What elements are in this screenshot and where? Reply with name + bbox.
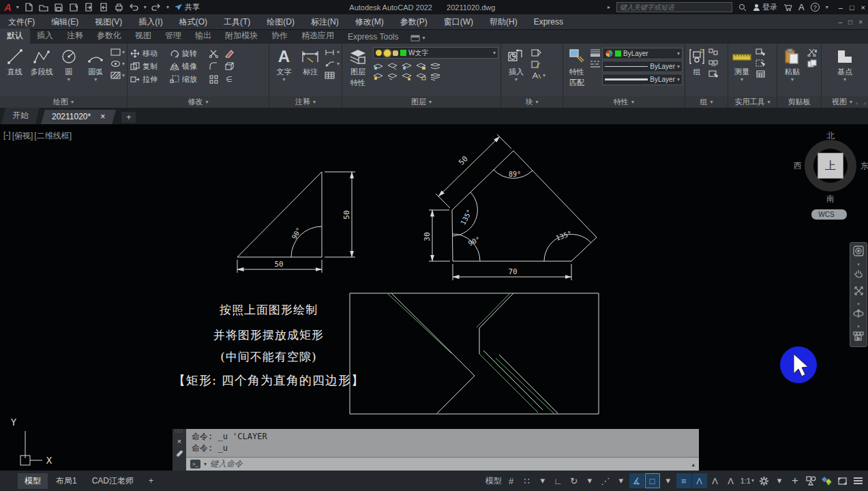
share-button[interactable]: 共享 [174, 2, 200, 12]
layout-tab-custom[interactable]: CAD江老师 [85, 473, 140, 489]
block-create-button[interactable] [530, 48, 545, 57]
layout-tab-model[interactable]: 模型 [18, 473, 48, 489]
orbit-icon[interactable] [853, 309, 864, 321]
export-icon[interactable] [84, 3, 94, 12]
panel-utilities-footer[interactable]: 实用工具 ▾ [728, 96, 777, 108]
layer-unlockall-icon[interactable] [416, 71, 426, 78]
graphics-performance-icon[interactable] [819, 473, 834, 488]
menu-modify[interactable]: 修改(M) [347, 16, 392, 28]
arc-button[interactable]: 圆弧 ▾ [83, 46, 109, 82]
hatch-button[interactable]: ▾ [110, 71, 125, 80]
new-drawing-tab-button[interactable]: + [121, 112, 136, 123]
ribbon-tab-output[interactable]: 输出 [188, 29, 218, 44]
customize-status-icon[interactable] [850, 473, 865, 488]
minimize-button[interactable]: – [839, 3, 843, 12]
layer-unisolate-icon[interactable] [402, 71, 412, 78]
rotate-button[interactable]: 旋转 [169, 48, 205, 59]
layer-lock-icon[interactable] [416, 61, 426, 68]
object-snap-tracking-icon[interactable]: ∡ [629, 473, 644, 488]
panel-block-footer[interactable]: 块 ▾ [501, 96, 563, 108]
fillet-icon[interactable] [209, 62, 220, 71]
ribbon-tab-view[interactable]: 视图 [128, 29, 158, 44]
ungroup-icon[interactable] [708, 48, 719, 57]
move-button[interactable]: 移动 [130, 48, 165, 59]
ribbon-tab-express[interactable]: Express Tools [341, 31, 405, 44]
orbit-dropdown-icon[interactable]: ▾ [857, 325, 860, 328]
drawing-canvas[interactable]: 505090°5089°135°90°135°3070YX [-] [俯视] [… [0, 125, 868, 471]
command-drag-grip-icon[interactable]: ∷∷ [175, 430, 183, 433]
layer-walk-icon[interactable] [430, 71, 440, 78]
text-dropdown-icon[interactable]: ▾ [282, 78, 285, 82]
help-dropdown-icon[interactable]: ▾ [826, 5, 828, 10]
measure-button[interactable]: 测量 ▾ [730, 46, 753, 82]
crosshair-size-icon[interactable]: + [788, 473, 803, 488]
layout-tab-layout1[interactable]: 布局1 [49, 473, 84, 489]
viewcube-top-face[interactable]: 上 [818, 153, 843, 179]
viewcube-north-label[interactable]: 北 [826, 130, 835, 142]
search-input[interactable] [616, 2, 732, 12]
stretch-button[interactable]: 拉伸 [130, 74, 165, 85]
dim-style-button[interactable]: ▾ [325, 48, 340, 57]
save-as-icon[interactable] [69, 3, 79, 12]
command-input-row[interactable]: >_ ▾ 键入命令 ▴ [186, 458, 699, 471]
paste-button[interactable]: 粘贴 ▾ [779, 46, 805, 82]
object-snap-dropdown-icon[interactable]: ▾ [661, 473, 676, 488]
array-icon[interactable] [209, 75, 220, 84]
arc-dropdown-icon[interactable]: ▾ [94, 78, 97, 82]
erase-icon[interactable] [224, 49, 235, 58]
command-recent-dropdown-icon[interactable]: ▾ [204, 462, 207, 466]
isodraft-dropdown-icon[interactable]: ▾ [614, 473, 629, 488]
scale-button[interactable]: 缩放 [169, 74, 205, 85]
layer-match-icon[interactable] [430, 61, 440, 68]
command-expand-icon[interactable]: ▴ [691, 461, 695, 468]
match-properties-button[interactable]: 特性 匹配 [565, 46, 588, 88]
new-file-icon[interactable] [24, 3, 34, 12]
close-button[interactable]: × [861, 3, 865, 12]
polyline-button[interactable]: 多段线 [29, 46, 55, 77]
circle-dropdown-icon[interactable]: ▾ [68, 78, 70, 82]
copy-clip-icon[interactable] [807, 59, 818, 68]
command-history[interactable]: 命令: _u 'CLAYER 命令: _u [186, 429, 699, 458]
redo-icon[interactable] [151, 3, 162, 12]
viewcube-west-label[interactable]: 西 [794, 160, 802, 172]
leader-button[interactable]: ▾ [325, 59, 340, 68]
open-file-icon[interactable] [39, 3, 49, 12]
app-menu-dropdown-icon[interactable]: ▾ [16, 5, 19, 10]
menu-view[interactable]: 视图(V) [87, 16, 130, 28]
annotation-visibility-icon[interactable]: Λ [692, 473, 707, 488]
menu-draw[interactable]: 绘图(D) [258, 16, 303, 28]
help-icon[interactable]: ? [811, 3, 820, 12]
viewport-style-control[interactable]: [二维线框] [34, 130, 72, 142]
ribbon-tab-collaborate[interactable]: 协作 [265, 29, 295, 44]
cut-icon[interactable] [807, 48, 818, 57]
linetype-list-icon[interactable] [590, 59, 601, 68]
group-select-icon[interactable] [708, 70, 719, 78]
lasso-icon[interactable]: ∈ [224, 75, 235, 84]
base-dropdown-icon[interactable]: ▾ [843, 78, 846, 82]
zoom-dropdown-icon[interactable]: ▾ [857, 302, 860, 306]
box-icon[interactable] [224, 62, 235, 71]
save-icon[interactable] [54, 3, 64, 12]
zoom-icon[interactable] [854, 286, 864, 299]
layer-freeze-icon[interactable] [402, 61, 412, 68]
text-button[interactable]: A 文字 ▾ [271, 46, 297, 82]
lineweight-combo[interactable]: ByLayer ▾ [602, 74, 683, 85]
ellipse-button[interactable]: ▾ [110, 59, 125, 68]
isodraft-icon[interactable]: ⋰ [598, 473, 613, 488]
workspace-gear-icon[interactable] [756, 473, 771, 488]
viewcube[interactable]: 上 北 南 西 东 [796, 130, 865, 207]
ribbon-display-toggle[interactable]: ▾ [410, 35, 425, 44]
layer-combo[interactable]: W文字 ▾ [373, 47, 498, 59]
menu-tools[interactable]: 工具(T) [215, 16, 258, 28]
dimension-button[interactable]: 标注 [298, 46, 323, 77]
menu-parametric[interactable]: 参数(P) [392, 16, 436, 28]
command-window-grip[interactable]: ∷∷ × [173, 429, 186, 471]
plot-icon[interactable] [114, 3, 124, 12]
quick-select-icon[interactable] [755, 48, 766, 57]
store-cart-icon[interactable] [783, 3, 792, 12]
menu-help[interactable]: 帮助(H) [481, 16, 526, 28]
model-space-button[interactable]: 模型 [484, 473, 503, 488]
annotation-scale-icon[interactable]: Λ [723, 473, 738, 488]
panel-properties-footer[interactable]: 特性 ▾ ⌟ [563, 96, 685, 108]
insert-dropdown-icon[interactable]: ▾ [515, 78, 518, 82]
